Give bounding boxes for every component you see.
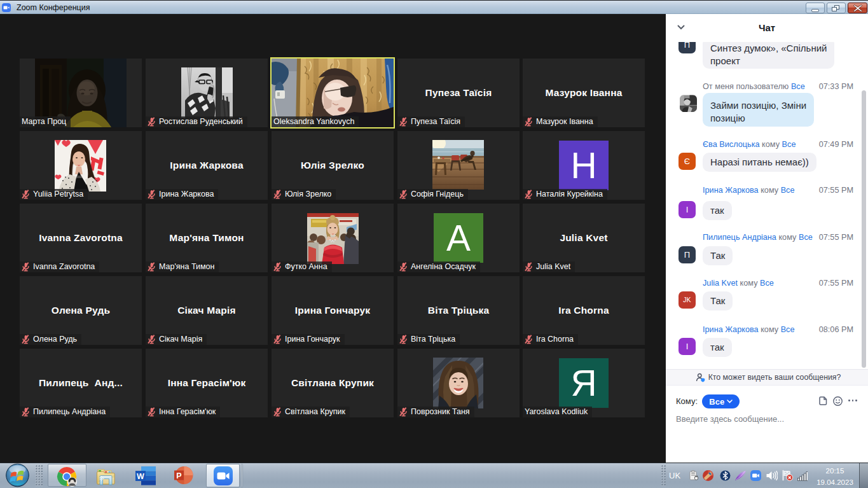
svg-text:W: W <box>137 472 144 481</box>
svg-text:P: P <box>176 471 181 480</box>
